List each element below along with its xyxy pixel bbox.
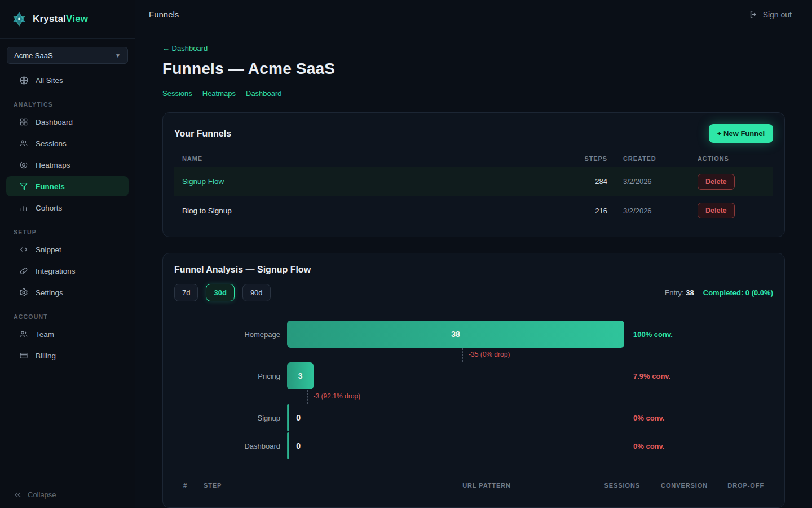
new-funnel-button[interactable]: + New Funnel xyxy=(709,124,773,143)
column-url-pattern: URL Pattern xyxy=(390,482,584,489)
delete-funnel-button[interactable]: Delete xyxy=(698,203,735,218)
conversion-label: 0% conv. xyxy=(633,414,664,422)
krystal-star-icon xyxy=(11,11,27,27)
credit-card-icon xyxy=(19,351,29,361)
sidebar-item-label: Snippet xyxy=(36,246,61,254)
column-number: # xyxy=(183,482,204,489)
link-icon xyxy=(19,266,29,276)
step-label: Signup xyxy=(174,414,287,422)
drop-off-label: -35 (0% drop) xyxy=(469,351,510,358)
funnel-step-row-dashboard: Dashboard 0 0% conv. xyxy=(174,432,773,459)
your-funnels-card: Your Funnels + New Funnel Name Steps Cre… xyxy=(162,112,785,237)
sidebar-item-label: All Sites xyxy=(36,76,63,85)
link-sessions[interactable]: Sessions xyxy=(162,89,192,98)
funnel-created: 3/2/2026 xyxy=(607,177,698,186)
steps-table-header: # Step URL Pattern Sessions Conversion D… xyxy=(174,482,773,496)
site-selector[interactable]: Acme SaaS ▼ xyxy=(7,47,128,64)
site-selector-value: Acme SaaS xyxy=(14,51,53,60)
funnel-name[interactable]: Blog to Signup xyxy=(182,207,557,215)
column-name: Name xyxy=(182,155,557,162)
sidebar-item-label: Dashboard xyxy=(36,118,73,126)
page-links: Sessions Heatmaps Dashboard xyxy=(162,89,785,98)
sidebar-item-label: Cohorts xyxy=(36,204,62,212)
conversion-label: 7.9% conv. xyxy=(633,372,670,380)
sidebar-item-heatmaps[interactable]: Heatmaps xyxy=(6,155,129,175)
range-row: 7d 30d 90d Entry: 38 Completed: 0 (0.0%) xyxy=(174,284,773,301)
card-title-funnel-analysis: Funnel Analysis — Signup Flow xyxy=(174,265,773,275)
sidebar-item-label: Heatmaps xyxy=(36,161,70,169)
delete-funnel-button[interactable]: Delete xyxy=(698,174,735,190)
sign-out-button[interactable]: Sign out xyxy=(749,10,792,19)
entry-value: 38 xyxy=(686,288,694,297)
breadcrumb-back-dashboard[interactable]: ← Dashboard xyxy=(162,44,208,52)
funnels-table-header: Name Steps Created Actions xyxy=(174,151,773,167)
sidebar-item-label: Team xyxy=(36,330,54,339)
table-row-signup-flow[interactable]: Signup Flow 284 3/2/2026 Delete xyxy=(174,167,773,196)
funnel-bar-dashboard xyxy=(287,432,289,459)
globe-icon xyxy=(19,75,29,85)
funnel-steps: 284 xyxy=(557,177,607,186)
sidebar-item-billing[interactable]: Billing xyxy=(6,345,129,366)
sidebar-item-snippet[interactable]: Snippet xyxy=(6,239,129,260)
grid-icon xyxy=(19,117,29,127)
funnel-step-row-pricing: Pricing 3 7.9% conv. xyxy=(174,362,773,389)
sidebar-item-dashboard[interactable]: Dashboard xyxy=(6,112,129,132)
sidebar-item-label: Integrations xyxy=(36,267,76,275)
users-icon xyxy=(19,329,29,339)
column-conversion: Conversion xyxy=(640,482,708,489)
funnels-table: Name Steps Created Actions Signup Flow 2… xyxy=(174,151,773,225)
sidebar-item-funnels[interactable]: Funnels xyxy=(6,176,129,196)
chevrons-left-icon xyxy=(14,491,22,499)
page-title: Funnels — Acme SaaS xyxy=(162,60,785,78)
funnel-step-row-homepage: Homepage 38 100% conv. xyxy=(174,321,773,348)
bar-chart-icon xyxy=(19,203,29,213)
users-icon xyxy=(19,138,29,148)
logout-icon xyxy=(749,10,758,19)
bar-value: 3 xyxy=(298,371,303,380)
table-row-blog-to-signup[interactable]: Blog to Signup 216 3/2/2026 Delete xyxy=(174,196,773,225)
column-drop-off: Drop-off xyxy=(708,482,764,489)
range-button-90d[interactable]: 90d xyxy=(242,284,271,301)
conversion-label: 100% conv. xyxy=(633,330,673,339)
sign-out-label: Sign out xyxy=(763,10,792,19)
step-label: Pricing xyxy=(174,372,287,380)
app-window: KrystalView Acme SaaS ▼ All Sites Analyt… xyxy=(0,0,812,508)
sidebar-item-all-sites[interactable]: All Sites xyxy=(6,70,129,90)
bar-value: 0 xyxy=(296,413,301,422)
main-area: Funnels Sign out ← Dashboard Funnels — A… xyxy=(135,0,812,508)
funnel-bar-homepage: 38 xyxy=(287,321,624,348)
code-icon xyxy=(19,244,29,255)
link-dashboard[interactable]: Dashboard xyxy=(246,89,282,98)
funnel-analysis-card: Funnel Analysis — Signup Flow 7d 30d 90d… xyxy=(162,253,785,508)
collapse-label: Collapse xyxy=(28,491,56,499)
step-label: Dashboard xyxy=(174,442,287,450)
bar-value: 38 xyxy=(451,330,460,339)
entry-label: Entry: xyxy=(665,288,684,297)
topbar: Funnels Sign out xyxy=(135,0,812,29)
drop-off-line xyxy=(307,390,308,404)
funnel-bar-signup xyxy=(287,404,289,431)
link-heatmaps[interactable]: Heatmaps xyxy=(202,89,236,98)
funnel-name[interactable]: Signup Flow xyxy=(182,177,557,186)
sidebar-item-settings[interactable]: Settings xyxy=(6,282,129,303)
sidebar-item-label: Sessions xyxy=(36,139,67,148)
sidebar-item-sessions[interactable]: Sessions xyxy=(6,133,129,154)
chevron-down-icon: ▼ xyxy=(115,52,121,59)
sidebar-item-cohorts[interactable]: Cohorts xyxy=(6,198,129,218)
sidebar: KrystalView Acme SaaS ▼ All Sites Analyt… xyxy=(0,0,135,508)
collapse-sidebar-button[interactable]: Collapse xyxy=(0,481,135,508)
bar-value: 0 xyxy=(296,441,301,450)
sidebar-item-label: Billing xyxy=(36,352,56,360)
drop-off-line xyxy=(462,348,463,362)
column-created: Created xyxy=(607,155,698,162)
range-button-30d[interactable]: 30d xyxy=(206,284,234,301)
section-setup: Setup xyxy=(0,218,135,239)
sidebar-item-integrations[interactable]: Integrations xyxy=(6,261,129,281)
column-sessions: Sessions xyxy=(584,482,640,489)
column-step: Step xyxy=(204,482,390,489)
step-label: Homepage xyxy=(174,330,287,339)
gear-icon xyxy=(19,287,29,297)
target-icon xyxy=(19,160,29,170)
sidebar-item-team[interactable]: Team xyxy=(6,324,129,344)
range-button-7d[interactable]: 7d xyxy=(174,284,198,301)
